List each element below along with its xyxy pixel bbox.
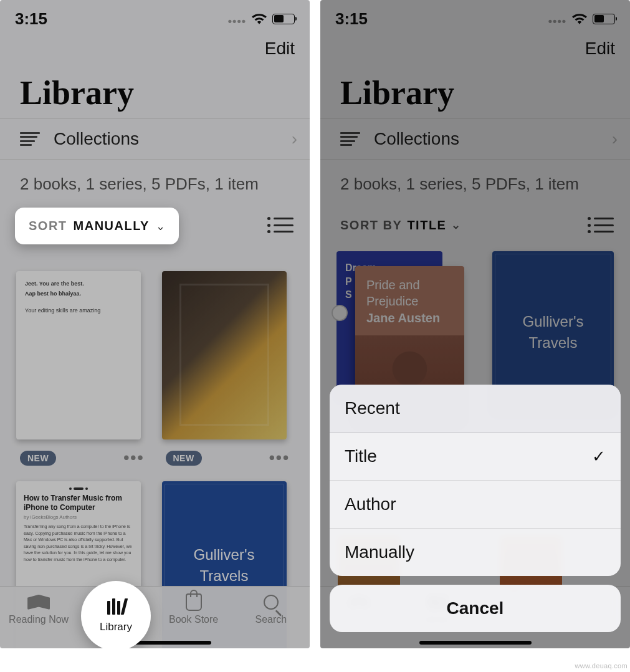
cover-text: Gulliver's xyxy=(523,311,584,332)
sort-value: MANUALLY xyxy=(74,219,150,233)
collections-row[interactable]: Collections › xyxy=(320,118,630,160)
status-right: •••• xyxy=(228,12,295,26)
chevron-down-icon: ⌄ xyxy=(451,218,462,232)
book-tile[interactable]: Jeet. You are the best. Aap best ho bhai… xyxy=(16,271,148,468)
sheet-option-author[interactable]: Author xyxy=(330,481,621,529)
sort-action-sheet: Recent Title ✓ Author Manually Cancel xyxy=(330,385,621,641)
open-book-icon xyxy=(27,593,50,612)
status-time: 3:15 xyxy=(335,9,368,29)
list-view-toggle-icon[interactable] xyxy=(274,218,294,233)
cover-text: Prejudice xyxy=(366,294,453,310)
status-right: •••• xyxy=(548,12,615,26)
more-icon[interactable]: ••• xyxy=(123,448,144,468)
search-icon xyxy=(260,593,282,612)
tab-label: Reading Now xyxy=(9,614,69,625)
cover-text: Pride and xyxy=(366,277,453,294)
tab-book-store[interactable]: Book Store xyxy=(160,593,228,625)
home-indicator[interactable] xyxy=(419,641,532,645)
watermark: www.deuaq.com xyxy=(575,662,628,670)
check-icon: ✓ xyxy=(592,447,606,466)
chevron-right-icon: › xyxy=(612,129,618,149)
status-bar: 3:15 •••• xyxy=(0,0,310,32)
collections-label: Collections xyxy=(374,129,612,149)
tab-bar: Reading Now Library Book Store Search xyxy=(0,586,310,648)
wifi-icon xyxy=(571,12,588,25)
highlight-label: Library xyxy=(100,621,132,633)
tab-label: Book Store xyxy=(169,614,218,625)
page-title: Library xyxy=(0,59,310,118)
option-label: Author xyxy=(345,494,396,514)
pdf-body: Transferring any song from a computer to… xyxy=(24,524,133,563)
page-title: Library xyxy=(320,59,630,118)
option-label: Recent xyxy=(345,398,400,418)
battery-icon xyxy=(272,14,295,24)
status-time: 3:15 xyxy=(15,9,47,29)
tab-label: Search xyxy=(255,614,287,625)
cover-author: Jane Austen xyxy=(366,310,453,327)
edit-button[interactable]: Edit xyxy=(585,39,615,59)
sort-callout[interactable]: SORT MANUALLY ⌄ xyxy=(15,208,179,244)
chevron-right-icon: › xyxy=(292,129,297,149)
sheet-cancel-group: Cancel xyxy=(330,585,621,632)
sort-value: TITLE xyxy=(407,218,446,233)
cellular-dots-icon: •••• xyxy=(548,15,566,28)
pdf-title: How to Transfer Music from iPhone to Com… xyxy=(24,494,133,512)
list-view-toggle-icon[interactable] xyxy=(594,218,614,233)
library-summary: 2 books, 1 series, 5 PDFs, 1 item xyxy=(320,160,630,200)
new-badge: NEW xyxy=(20,451,56,466)
sheet-option-title[interactable]: Title ✓ xyxy=(330,433,621,481)
sheet-option-manually[interactable]: Manually xyxy=(330,529,621,576)
tab-search[interactable]: Search xyxy=(237,593,305,625)
library-icon xyxy=(106,598,126,617)
pdf-author: by iGeeksBlogs Authors xyxy=(24,514,133,520)
collections-row[interactable]: Collections › xyxy=(0,118,310,160)
chevron-down-icon: ⌄ xyxy=(156,219,165,233)
note-line: Your editing skills are amazing xyxy=(25,307,132,315)
option-label: Title xyxy=(345,446,377,466)
tab-reading-now[interactable]: Reading Now xyxy=(4,593,73,625)
note-line: Aap best ho bhaiyaa. xyxy=(25,290,132,299)
collections-label: Collections xyxy=(54,129,292,149)
stack-count-badge xyxy=(332,305,348,321)
cellular-dots-icon: •••• xyxy=(228,15,246,28)
book-cover: Jeet. You are the best. Aap best ho bhai… xyxy=(16,271,141,439)
sheet-option-recent[interactable]: Recent xyxy=(330,385,621,433)
edit-button[interactable]: Edit xyxy=(265,39,295,59)
cover-text: Travels xyxy=(200,565,249,587)
wifi-icon xyxy=(251,12,267,25)
more-icon[interactable]: ••• xyxy=(269,448,290,468)
battery-icon xyxy=(593,14,615,24)
library-summary: 2 books, 1 series, 5 PDFs, 1 item xyxy=(0,160,310,200)
book-tile[interactable]: NEW ••• xyxy=(162,271,294,468)
note-line: Jeet. You are the best. xyxy=(25,280,132,289)
library-tab-highlight[interactable]: Library xyxy=(81,581,151,648)
new-badge: NEW xyxy=(166,451,202,466)
cover-text: Gulliver's xyxy=(194,544,255,565)
collections-icon xyxy=(20,132,40,146)
bag-icon xyxy=(183,593,205,612)
sort-button[interactable]: SORT BY TITLE ⌄ xyxy=(340,218,462,233)
status-bar: 3:15 •••• xyxy=(320,0,630,32)
sheet-options: Recent Title ✓ Author Manually xyxy=(330,385,621,576)
option-label: Manually xyxy=(345,542,414,562)
sort-label: SORT BY xyxy=(340,218,402,233)
sheet-cancel-button[interactable]: Cancel xyxy=(330,585,621,632)
cover-text: Travels xyxy=(529,332,578,353)
book-cover xyxy=(162,271,287,439)
sort-label: SORT xyxy=(29,219,67,233)
collections-icon xyxy=(340,132,360,146)
